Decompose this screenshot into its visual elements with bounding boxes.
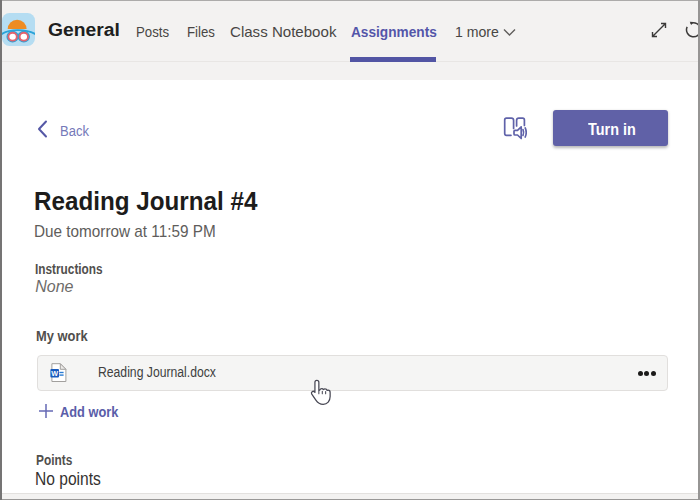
svg-text:W: W — [51, 369, 58, 378]
